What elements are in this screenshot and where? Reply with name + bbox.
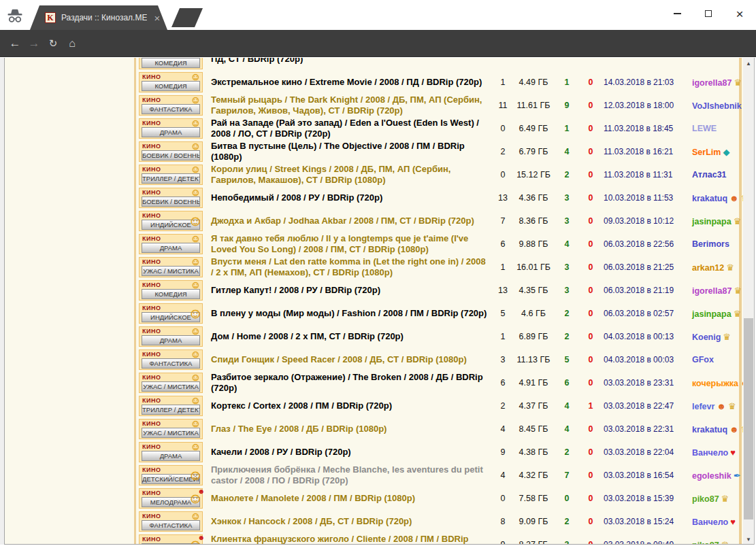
torrent-title-link[interactable]: Гитлер Капут! / 2008 / РУ / BDRip (720p) [211, 285, 493, 296]
torrent-title-link[interactable]: Качели / 2008 / РУ / BDRip (720p) [211, 447, 493, 458]
table-row: КИНО☺ДРАМАРай на Западе (Рай это запад) … [139, 117, 739, 140]
window-border-bottom [4, 544, 755, 545]
category-badge[interactable]: КИНО☺УЖАС / МИСТИКА [139, 419, 203, 439]
maximize-button[interactable] [693, 0, 724, 27]
forward-button[interactable]: → [24, 30, 44, 57]
torrent-title-link[interactable]: Кортекс / Cortex / 2008 / ПМ / BDRip (72… [211, 400, 493, 411]
torrent-title-link[interactable]: Битва В пустыне (Цель) / The Objective /… [211, 141, 493, 163]
close-button[interactable]: × [724, 0, 755, 27]
category-badge[interactable]: КИНО☺ИНДИЙСКОЕ [139, 211, 203, 231]
uploader-link[interactable]: Koenig [692, 332, 721, 342]
scrollbar-thumb[interactable] [744, 318, 753, 519]
reload-button[interactable]: ↻ [44, 30, 63, 57]
uploader-link[interactable]: кочерыжка [692, 379, 738, 388]
seeders-count: 2 [555, 332, 579, 341]
seeders-count: 3 [555, 193, 579, 203]
category-badge[interactable]: КИНО☺ТРИЛЛЕР / ДЕТЕКТИВ [139, 396, 203, 416]
category-badge[interactable]: КИНО☺БОЕВИК / ВОЕННЫЙ [139, 141, 203, 162]
torrent-title-link[interactable]: Рай на Западе (Рай это запад) / Eden a l… [211, 118, 493, 139]
uploader-link[interactable]: jasinpapa [692, 217, 732, 226]
browser-toolbar: ← → ↻ ⌂ i https://kinozal.me/browse.php?… [0, 30, 756, 57]
uploader-link[interactable]: Ванчело [692, 448, 728, 458]
torrent-title-link[interactable]: Я так давно тебя люблю / Il y a longtemp… [211, 233, 493, 255]
site-favicon: K [45, 12, 56, 23]
uploader-link[interactable]: igorella87 [692, 78, 732, 88]
category-cell: КИНО☺ДРАМА [139, 326, 211, 347]
page-scrollbar[interactable]: ▲ ▼ [743, 58, 754, 545]
category-badge[interactable]: КИНО☺ФАНТАСТИКА [139, 349, 203, 370]
category-badge[interactable]: КИНО☺УЖАС / МИСТИКА [139, 373, 203, 393]
uploader-link[interactable]: piko87 [692, 494, 719, 504]
torrent-title-link[interactable]: Темный рыцарь / The Dark Knight / 2008 /… [211, 95, 493, 116]
scroll-up-arrow[interactable]: ▲ [743, 58, 754, 69]
table-row: КИНО☺ФАНТАСТИКАХэнкок / Hancock / 2008 /… [139, 510, 739, 533]
category-badge[interactable]: КИНО☺КОМЕДИЯ [139, 58, 203, 69]
comments-count: 1 [493, 332, 512, 341]
torrent-title-link[interactable]: Глаз / The Eye / 2008 / ДБ / BDRip (1080… [211, 424, 493, 434]
category-badge[interactable]: КИНО☺ДРАМА [139, 118, 203, 139]
category-name: ДРАМА [142, 127, 200, 137]
category-badge[interactable]: КИНО☺ФАНТАСТИКА [139, 511, 203, 532]
category-badge[interactable]: КИНО☺ФАНТАСТИКА [139, 95, 203, 116]
kino-label: КИНО [142, 73, 161, 80]
kino-label: КИНО [142, 281, 161, 288]
seeders-count: 7 [555, 471, 579, 480]
torrent-title-link[interactable]: В плену у моды (Мир моды) / Fashion / 20… [211, 308, 493, 319]
uploader-link[interactable]: Berimors [692, 239, 729, 249]
torrent-title-link[interactable]: Короли улиц / Street Kings / 2008 / ДБ, … [211, 164, 493, 186]
torrent-title-link[interactable]: Непобедимый / 2008 / РУ / BDRip (720p) [211, 192, 493, 203]
uploader-link[interactable]: VoJIshebnik [692, 101, 742, 111]
uploader-link[interactable]: SerLim [692, 148, 721, 157]
uploader-link[interactable]: krakatuq [692, 194, 727, 203]
table-row: КИНО☺УЖАС / МИСТИКАРазбитое зеркало (Отр… [139, 371, 739, 394]
seeders-count: 2 [555, 170, 579, 180]
crown-icon: ♛ [728, 401, 736, 411]
category-badge[interactable]: КИНО☺УЖАС / МИСТИКА [139, 257, 203, 277]
category-badge[interactable]: КИНО☺ДРАМА [139, 234, 203, 254]
seeders-count: 4 [555, 424, 579, 434]
category-badge[interactable]: КИНО☺БОЕВИК / ВОЕННЫЙ [139, 188, 203, 208]
uploader-link[interactable]: jasinpapa [692, 309, 732, 319]
tab-close-icon[interactable]: × [154, 13, 160, 23]
new-tab-button[interactable] [171, 8, 203, 27]
uploader-link[interactable]: arkan12 [692, 263, 724, 273]
category-badge[interactable]: КИНО☺КОМЕДИЯ [139, 280, 203, 301]
torrent-title-link[interactable]: Джодха и Акбар / Jodhaa Akbar / 2008 / П… [211, 216, 493, 226]
category-name: КОМЕДИЯ [142, 81, 200, 91]
uploader-link[interactable]: krakatuq [692, 425, 727, 434]
category-badge[interactable]: КИНО☺ДРАМА [139, 326, 203, 347]
home-button[interactable]: ⌂ [63, 30, 82, 57]
scroll-down-arrow[interactable]: ▼ [743, 534, 754, 545]
category-badge[interactable]: КИНО☺☻МЕЛОДРАМА [139, 488, 203, 509]
uploader-link[interactable]: Атлас31 [692, 170, 727, 180]
kino-label: КИНО [142, 235, 161, 242]
uploader-link[interactable]: Ванчело [692, 517, 728, 527]
category-name: УЖАС / МИСТИКА [142, 266, 200, 276]
uploader-link[interactable]: GFox [692, 355, 714, 364]
uploader-link[interactable]: egoleshik [692, 471, 732, 481]
torrent-title-link[interactable]: Спиди Гонщик / Speed Racer / 2008 / ДБ, … [211, 354, 493, 365]
torrent-title-link[interactable]: Хэнкок / Hancock / 2008 / ДБ, СТ / BDRip… [211, 516, 493, 527]
torrent-title-link[interactable]: Впусти меня / Lat den ratte komma in (Le… [211, 256, 493, 278]
torrent-title-link[interactable]: Разбитое зеркало (Отражение) / The Broke… [211, 372, 493, 394]
comments-count: 9 [493, 447, 512, 457]
browser-tab[interactable]: K Раздачи :: Кинозал.МЕ × [30, 5, 167, 30]
uploader-cell: lefevr☻♛ [692, 401, 739, 411]
torrent-title-link[interactable]: ПД, СТ / BDRip (720p) [211, 58, 493, 65]
torrent-title-link[interactable]: Манолете / Manolete / 2008 / ПМ / BDRip … [211, 493, 493, 504]
torrent-title-link[interactable]: Приключения бобрёнка / Meche Blanche, le… [211, 464, 493, 486]
minimize-button[interactable] [661, 0, 693, 27]
category-badge[interactable]: КИНО☺ИНДИЙСКОЕ [139, 303, 203, 324]
table-row: КИНО☺ИНДИЙСКОЕВ плену у моды (Мир моды) … [139, 302, 739, 325]
category-badge[interactable]: КИНО☺ТРИЛЛЕР / ДЕТЕКТИВ [139, 165, 203, 185]
category-badge[interactable]: КИНО☺КОМЕДИЯ [139, 72, 203, 92]
back-button[interactable]: ← [5, 30, 24, 57]
category-badge[interactable]: КИНО☺ДРАМА [139, 442, 203, 462]
uploader-link[interactable]: igorella87 [692, 286, 732, 296]
category-badge[interactable]: КИНО☺ДЕТСКИЙ/СЕМЕЙНЫЙ [139, 465, 203, 485]
comments-count: 1 [493, 78, 512, 87]
uploader-link[interactable]: LEWE [692, 124, 717, 133]
torrent-title-link[interactable]: Дом / Home / 2008 / 2 х ПМ, СТ / BDRip (… [211, 331, 493, 342]
torrent-title-link[interactable]: Экстремальное кино / Extreme Movie / 200… [211, 77, 493, 88]
uploader-link[interactable]: lefevr [692, 402, 714, 411]
